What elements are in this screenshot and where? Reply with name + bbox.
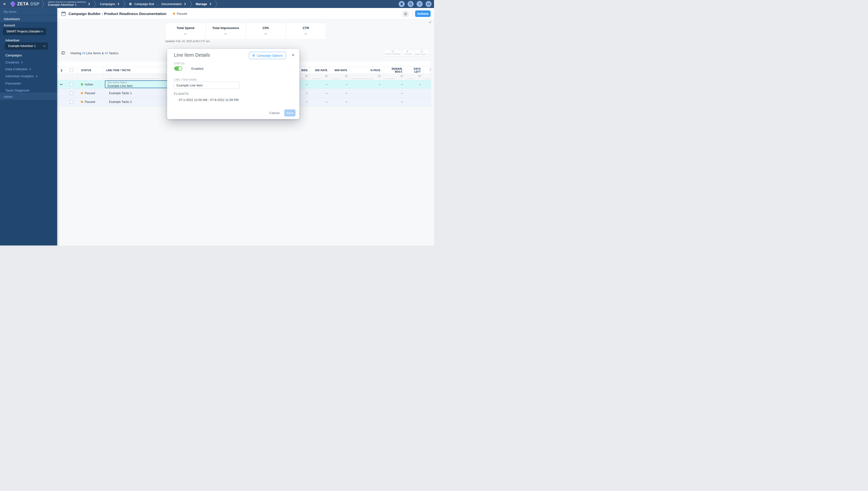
zeta-dsp-logo[interactable]: ZETA DSP: [10, 0, 40, 8]
gear-icon: ⚙: [404, 11, 407, 16]
breadcrumb-separator-icon: [42, 0, 45, 8]
filter-icon[interactable]: [345, 75, 348, 78]
filter-icon[interactable]: [378, 75, 381, 78]
filter-icon[interactable]: [418, 75, 421, 78]
filter-icon[interactable]: [325, 75, 328, 78]
advertiser-select[interactable]: Example Advertiser 1: [5, 42, 48, 50]
row-status-label: Paused: [85, 100, 95, 104]
campaign-options-button[interactable]: ⚙ Campaign Options: [249, 52, 286, 59]
all-line-items-link[interactable]: All: [82, 51, 85, 55]
collapse-row-icon[interactable]: ❯: [60, 83, 63, 85]
actions-button[interactable]: Actions: [415, 10, 431, 17]
column-settings-button[interactable]: [60, 50, 66, 56]
cell-pace: [350, 97, 383, 106]
breadcrumb-campaign[interactable]: Campaign Buil ... Documentation: [126, 2, 189, 6]
stat-label: CTR: [286, 26, 326, 30]
filter-icon[interactable]: [305, 75, 308, 78]
expand-all-icon[interactable]: ❯: [60, 69, 62, 72]
sidebar-item-data-collection[interactable]: Data Collection: [5, 67, 31, 71]
overflow-filter-input[interactable]: [425, 79, 430, 79]
chevron-down-icon: [41, 31, 44, 32]
search-button[interactable]: [408, 1, 414, 7]
sidebar-item-campaigns[interactable]: Campaigns: [5, 54, 22, 57]
column-header-status[interactable]: STATUS: [77, 67, 103, 74]
breadcrumb-separator-icon: [215, 0, 218, 8]
save-button[interactable]: Save: [284, 110, 295, 116]
page-title: Campaign Builder - Product Readiness Doc…: [68, 11, 166, 16]
line-item-name-input[interactable]: [174, 82, 240, 89]
bid-rate-filter-input[interactable]: [312, 79, 320, 79]
chevron-right-icon: [209, 3, 211, 5]
pace-filter-input[interactable]: [352, 79, 374, 79]
breadcrumb-campaigns[interactable]: Campaigns: [97, 2, 122, 6]
sidebar-item-label: Creatives: [5, 60, 19, 64]
line-item-filter-input[interactable]: [105, 79, 159, 79]
sidebar-item-tactic-diagnoser[interactable]: Tactic Diagnoser: [5, 89, 30, 92]
account-select[interactable]: SMART Projects (Variable M...: [3, 28, 46, 35]
all-tactics-link[interactable]: All: [105, 51, 108, 55]
cancel-button[interactable]: Cancel: [269, 111, 280, 115]
table-scrollbar-thumb[interactable]: [430, 68, 431, 71]
breadcrumb-account[interactable]: SMART PROJECTS (VARIABLE MARGIN) Example…: [45, 1, 93, 7]
topbar-actions: ? L&: [399, 1, 432, 7]
logo-text-zeta: ZETA: [17, 1, 29, 6]
row-checkbox[interactable]: [69, 91, 74, 95]
filter-cell-remaining-budget: [383, 74, 405, 80]
filter-cell-days-left: [405, 74, 423, 80]
column-header-win-rate[interactable]: WIN RATE: [330, 67, 350, 74]
sidebar-item-advertiser-analytics[interactable]: Advertiser Analytics: [5, 74, 37, 78]
sidebar-item-advertisers[interactable]: Advertisers: [0, 16, 57, 23]
settings-button[interactable]: ⚙: [402, 10, 409, 18]
activate-button[interactable]: ▶ Activate: [402, 49, 414, 56]
modal-close-icon[interactable]: ✕: [292, 53, 295, 57]
breadcrumb: SMART PROJECTS (VARIABLE MARGIN) Example…: [41, 0, 218, 8]
close-drawer-icon[interactable]: ✕: [3, 0, 6, 8]
win-rate-filter-input[interactable]: [332, 79, 340, 79]
sidebar-item-label: Data Collection: [5, 67, 28, 71]
sidebar-item-creatives[interactable]: Creatives: [5, 60, 23, 64]
stat-value: --: [206, 32, 246, 36]
viewing-summary: Viewing All Line Items & All Tactics: [70, 51, 118, 55]
app-root: ✕ ZETA DSP SMART PROJECTS (VARIABLE MARG…: [0, 0, 434, 246]
bulk-action-button[interactable]: Bulk Action∨: [414, 49, 430, 56]
column-header-remaining-budget[interactable]: REMAIN. BDGT.: [383, 67, 405, 74]
row-checkbox[interactable]: [69, 83, 74, 86]
status-toggle[interactable]: [174, 66, 182, 71]
bids-filter-input[interactable]: [299, 79, 306, 79]
filter-icon[interactable]: [400, 75, 403, 78]
notifications-button[interactable]: [399, 1, 405, 7]
sidebar-item-my-items[interactable]: My Items: [0, 8, 57, 16]
breadcrumb-separator-icon: [93, 0, 96, 8]
sidebar-item-label: Advertiser Analytics: [5, 74, 34, 78]
select-all-checkbox[interactable]: [69, 68, 74, 72]
pause-settings-button[interactable]: Pause Settings: [384, 49, 402, 56]
sidebar-item-forecaster[interactable]: Forecaster: [5, 82, 21, 85]
breadcrumb-manage-label: Manage: [196, 2, 207, 6]
sidebar-item-label: Tactic Diagnoser: [5, 89, 30, 92]
page-header: Campaign Builder - Product Readiness Doc…: [57, 8, 434, 19]
remaining-budget-filter-input[interactable]: [385, 79, 395, 79]
stat-cpa: CPA --: [245, 23, 286, 39]
chevron-right-icon: [30, 68, 31, 70]
paused-status-dot: [81, 101, 83, 103]
column-header-pace[interactable]: % PACE: [350, 67, 383, 74]
sidebar-item-admin[interactable]: Admin: [0, 93, 57, 100]
help-button[interactable]: ?: [416, 1, 423, 7]
user-avatar[interactable]: L&: [426, 1, 432, 7]
stats-close-icon[interactable]: ✕: [429, 20, 432, 24]
activate-label: Activate: [404, 53, 412, 55]
cell-days-left: –: [405, 80, 423, 89]
bulk-toolbar: Pause Settings ▶ Activate Bulk Action∨: [384, 49, 430, 56]
stats-card: Total Spend -- Total Impressions -- CPA …: [165, 23, 326, 40]
row-checkbox[interactable]: [69, 100, 74, 104]
filter-cell-overflow: [423, 74, 431, 80]
stat-label: Total Spend: [166, 26, 206, 30]
line-item-details-modal: Line Item Details ⚙ Campaign Options ✕ S…: [167, 49, 299, 119]
stat-value: --: [166, 32, 206, 36]
column-header-bid-rate[interactable]: BID RATE: [310, 67, 330, 74]
days-left-filter-input[interactable]: [407, 79, 414, 79]
cell-days-left: [405, 97, 423, 106]
chevron-down-icon: ∨: [427, 53, 429, 55]
column-header-days-left[interactable]: DAYS LEFT: [405, 67, 423, 74]
breadcrumb-manage[interactable]: Manage: [193, 2, 214, 6]
